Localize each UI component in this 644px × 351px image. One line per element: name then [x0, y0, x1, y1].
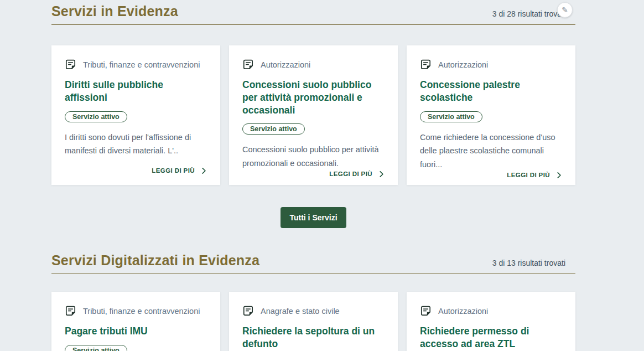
status-badge: Servizio attivo: [65, 345, 127, 351]
card-title[interactable]: Richiedere permesso di accesso ad area Z…: [420, 325, 562, 350]
section-header: Servizi Digitalizzati in Evidenza 3 di 1…: [51, 252, 575, 269]
badge-row: Servizio attivo: [420, 111, 482, 122]
card-category: Autorizzazioni: [261, 60, 310, 69]
card-category: Anagrafe e stato civile: [261, 307, 340, 316]
chevron-right-icon: [201, 168, 207, 174]
card-title[interactable]: Pagare tributi IMU: [65, 325, 148, 338]
note-icon: [242, 59, 254, 70]
card-category-row: Tributi, finanze e contravvenzioni: [65, 305, 200, 317]
section-servizi-digitalizzati: Servizi Digitalizzati in Evidenza 3 di 1…: [51, 252, 575, 351]
card-title[interactable]: Concessioni suolo pubblico per attività …: [242, 79, 385, 116]
section-header: Servizi in Evidenza 3 di 28 risultati tr…: [51, 3, 575, 19]
section-servizi-in-evidenza: Servizi in Evidenza 3 di 28 risultati tr…: [51, 3, 575, 228]
read-more-label: LEGGI DI PIÙ: [507, 172, 550, 178]
note-icon: [242, 305, 254, 317]
card-title[interactable]: Concessione palestre scolastiche: [420, 79, 562, 104]
card-category-row: Autorizzazioni: [242, 59, 310, 70]
card-description: Come richiedere la concessione d'uso del…: [420, 131, 562, 172]
results-count: 3 di 13 risultati trovati: [492, 259, 575, 269]
badge-row: Servizio attivo: [65, 111, 127, 122]
card-category: Autorizzazioni: [438, 60, 488, 69]
card-category: Tributi, finanze e contravvenzioni: [83, 307, 200, 316]
service-card-permesso-ztl[interactable]: Autorizzazioni Richiedere permesso di ac…: [407, 292, 575, 351]
digital-services-grid: Tributi, finanze e contravvenzioni Pagar…: [51, 292, 575, 351]
card-description: Concessioni suolo pubblico per attività …: [242, 143, 385, 171]
status-badge: Servizio attivo: [420, 111, 482, 122]
card-category: Autorizzazioni: [438, 307, 488, 316]
note-icon: [65, 305, 76, 317]
status-badge: Servizio attivo: [65, 111, 127, 122]
main-content: Servizi in Evidenza 3 di 28 risultati tr…: [51, 0, 575, 351]
service-card-concessioni-suolo[interactable]: Autorizzazioni Concessioni suolo pubblic…: [229, 45, 398, 185]
service-card-pagare-imu[interactable]: Tributi, finanze e contravvenzioni Pagar…: [51, 292, 220, 351]
section-title: Servizi in Evidenza: [51, 3, 178, 19]
pencil-edit-button[interactable]: ✎: [557, 2, 573, 18]
note-icon: [65, 59, 76, 70]
note-icon: [420, 59, 432, 70]
read-more-label: LEGGI DI PIÙ: [152, 167, 195, 174]
card-category-row: Anagrafe e stato civile: [242, 305, 340, 317]
featured-services-grid: Tributi, finanze e contravvenzioni Dirit…: [51, 45, 575, 185]
badge-row: Servizio attivo: [242, 123, 305, 135]
card-category-row: Autorizzazioni: [420, 59, 488, 70]
chevron-right-icon: [556, 172, 562, 178]
note-icon: [420, 305, 432, 317]
card-description: I diritti sono dovuti per l'affissione d…: [65, 131, 207, 158]
card-category-row: Tributi, finanze e contravvenzioni: [65, 59, 200, 70]
pencil-icon: ✎: [562, 6, 568, 14]
service-card-sepoltura-defunto[interactable]: Anagrafe e stato civile Richiedere la se…: [229, 292, 398, 351]
chevron-right-icon: [378, 171, 385, 177]
card-category-row: Autorizzazioni: [420, 305, 488, 317]
read-more-label: LEGGI DI PIÙ: [329, 171, 372, 177]
status-badge: Servizio attivo: [242, 123, 305, 135]
card-title[interactable]: Diritti sulle pubbliche affissioni: [65, 79, 207, 104]
section-divider: [51, 273, 575, 274]
button-row: Tutti i Servizi: [51, 207, 575, 228]
service-card-palestre-scolastiche[interactable]: Autorizzazioni Concessione palestre scol…: [407, 45, 575, 185]
read-more-link[interactable]: LEGGI DI PIÙ: [329, 171, 385, 177]
read-more-link[interactable]: LEGGI DI PIÙ: [507, 172, 562, 178]
read-more-link[interactable]: LEGGI DI PIÙ: [152, 167, 207, 174]
section-divider: [51, 24, 575, 25]
section-title: Servizi Digitalizzati in Evidenza: [51, 252, 259, 269]
card-category: Tributi, finanze e contravvenzioni: [83, 60, 200, 69]
all-services-button[interactable]: Tutti i Servizi: [281, 207, 346, 228]
badge-row: Servizio attivo Accedi al Servizio Digit…: [65, 345, 207, 351]
card-title[interactable]: Richiedere la sepoltura di un defunto: [242, 325, 385, 350]
service-card-diritti-affissioni[interactable]: Tributi, finanze e contravvenzioni Dirit…: [51, 45, 220, 185]
